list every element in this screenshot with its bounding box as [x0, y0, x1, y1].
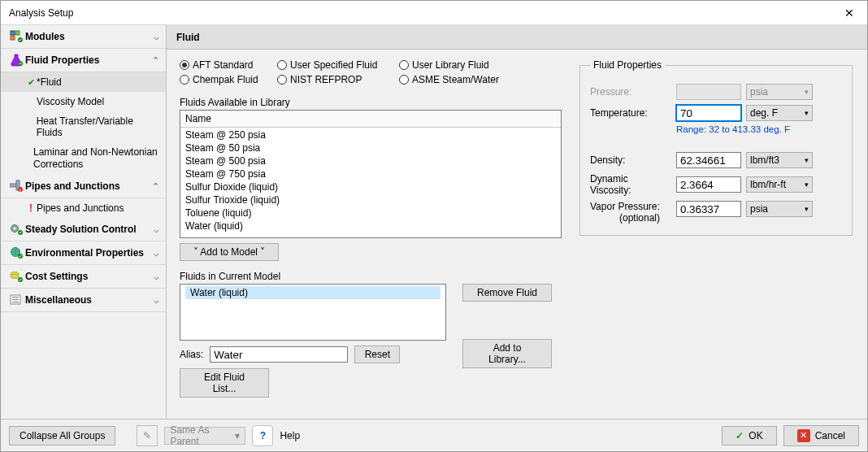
- density-unit-combo[interactable]: lbm/ft3▾: [746, 152, 813, 168]
- pressure-input: [676, 84, 741, 100]
- density-input[interactable]: [676, 152, 741, 168]
- list-item[interactable]: Water (liquid): [185, 286, 441, 299]
- sidebar-item-label: Viscosity Model: [37, 96, 104, 107]
- gears-icon: [7, 223, 25, 236]
- chevron-down-icon: ⌵: [154, 295, 159, 306]
- edit-fluid-list-button[interactable]: Edit Fluid List...: [180, 368, 269, 398]
- pencil-icon: ✎: [143, 430, 151, 441]
- sidebar-group-pipes[interactable]: ! Pipes and Junctions ⌃: [1, 175, 166, 198]
- add-to-library-button[interactable]: Add to Library...: [462, 339, 552, 368]
- list-item[interactable]: Steam @ 750 psia: [180, 167, 561, 180]
- remove-fluid-button[interactable]: Remove Fluid: [462, 284, 552, 302]
- list-header-name[interactable]: Name: [180, 111, 561, 128]
- viscosity-input[interactable]: [676, 176, 741, 193]
- window-close-button[interactable]: ✕: [833, 2, 866, 24]
- pipes-icon: !: [7, 180, 25, 193]
- svg-rect-18: [12, 297, 19, 298]
- alias-label: Alias:: [180, 349, 203, 360]
- help-icon[interactable]: ?: [252, 425, 273, 446]
- sidebar-label: Cost Settings: [25, 271, 154, 282]
- caret-icon: ▾: [805, 156, 809, 164]
- pressure-label: Pressure:: [590, 86, 671, 98]
- radio-user-library[interactable]: User Library Fluid: [399, 59, 489, 71]
- titlebar: Analysis Setup ✕: [1, 1, 867, 25]
- sidebar-label: Fluid Properties: [25, 54, 152, 66]
- notes-button[interactable]: ✎: [137, 425, 158, 446]
- list-item[interactable]: Sulfur Trioxide (liquid): [180, 193, 561, 206]
- caret-icon: ▾: [235, 430, 240, 441]
- list-item[interactable]: Toluene (liquid): [180, 206, 561, 219]
- current-model-label: Fluids in Current Model: [180, 271, 562, 282]
- collapse-all-button[interactable]: Collapse All Groups: [9, 426, 115, 445]
- ok-button[interactable]: ✓ OK: [722, 426, 776, 445]
- list-item[interactable]: Water (liquid): [180, 219, 561, 233]
- vapor-label: Vapor Pressure: (optional): [590, 201, 671, 224]
- svg-rect-1: [15, 31, 20, 35]
- fluid-properties-legend: Fluid Properties: [590, 59, 665, 71]
- list-item[interactable]: Sulfur Dioxide (liquid): [180, 180, 561, 193]
- sidebar-group-env[interactable]: Environmental Properties ⌵: [1, 241, 166, 265]
- sidebar-item-laminar[interactable]: Laminar and Non-Newtonian Corrections: [1, 142, 166, 175]
- sidebar-group-modules[interactable]: Modules ⌵: [1, 25, 166, 49]
- flask-icon: [7, 54, 25, 67]
- window-title: Analysis Setup: [9, 7, 833, 19]
- sidebar-item-viscosity[interactable]: Viscosity Model: [1, 92, 166, 111]
- cancel-button[interactable]: ✕ Cancel: [783, 425, 859, 446]
- chevron-down-icon: ⌵: [154, 224, 159, 235]
- caret-icon: ▾: [805, 180, 809, 189]
- close-icon: ✕: [844, 7, 854, 20]
- chevron-up-icon: ⌃: [152, 181, 159, 192]
- fluid-source-radios: AFT Standard User Specified Fluid User L…: [180, 59, 562, 85]
- sidebar-label: Environmental Properties: [25, 247, 154, 259]
- sidebar-group-misc[interactable]: Miscellaneous ⌵: [1, 289, 166, 312]
- viscosity-label: Dynamic Viscosity:: [590, 173, 671, 196]
- sidebar-item-pipes-junctions[interactable]: ! Pipes and Junctions: [1, 198, 166, 218]
- sidebar-group-cost[interactable]: Cost Settings ⌵: [1, 265, 166, 289]
- sidebar-item-heat-transfer[interactable]: Heat Transfer/Variable Fluids: [1, 111, 166, 142]
- warning-icon: !: [25, 202, 37, 214]
- list-icon: [7, 293, 25, 306]
- svg-rect-20: [12, 302, 19, 302]
- current-model-listbox[interactable]: Water (liquid): [180, 284, 446, 341]
- sidebar-item-label: Heat Transfer/Variable Fluids: [37, 115, 159, 138]
- chevron-down-icon: ⌵: [154, 32, 159, 42]
- viscosity-unit-combo[interactable]: lbm/hr-ft▾: [746, 176, 813, 193]
- chevron-up-icon: ⌃: [152, 55, 159, 66]
- sidebar-item-label: Pipes and Junctions: [37, 202, 124, 214]
- list-item[interactable]: Steam @ 50 psia: [180, 141, 561, 154]
- radio-nist[interactable]: NIST REFPROP: [277, 74, 394, 85]
- sidebar-item-fluid[interactable]: ✔ *Fluid: [1, 72, 166, 92]
- sidebar-group-fluid-properties[interactable]: Fluid Properties ⌃: [1, 49, 166, 72]
- caret-icon: ▾: [805, 109, 809, 117]
- list-item[interactable]: Steam @ 250 psia: [180, 128, 561, 141]
- chevron-down-icon: ⌵: [154, 272, 159, 282]
- check-icon: ✔: [25, 77, 37, 88]
- modules-icon: [7, 30, 25, 43]
- help-label[interactable]: Help: [280, 430, 300, 441]
- density-label: Density:: [590, 154, 671, 166]
- list-item[interactable]: Steam @ 500 psia: [180, 154, 561, 167]
- radio-aft-standard[interactable]: AFT Standard: [180, 59, 272, 71]
- sidebar-group-steady[interactable]: Steady Solution Control ⌵: [1, 218, 166, 241]
- library-listbox[interactable]: Name Steam @ 250 psia Steam @ 50 psia St…: [180, 110, 562, 238]
- svg-text:!: !: [20, 188, 21, 193]
- svg-rect-0: [11, 31, 15, 35]
- alias-input[interactable]: [210, 346, 348, 363]
- bottom-bar: Collapse All Groups ✎ Same As Parent▾ ? …: [1, 419, 867, 451]
- vapor-input[interactable]: [676, 201, 741, 217]
- radio-user-specified[interactable]: User Specified Fluid: [277, 59, 394, 71]
- radio-asme[interactable]: ASME Steam/Water: [399, 74, 499, 85]
- radio-chempak[interactable]: Chempak Fluid: [180, 74, 272, 85]
- sidebar: Modules ⌵ Fluid Properties ⌃ ✔ *Fluid Vi…: [1, 25, 167, 419]
- vapor-unit-combo[interactable]: psia▾: [746, 201, 813, 217]
- reset-button[interactable]: Reset: [354, 346, 400, 363]
- temperature-unit-combo[interactable]: deg. F▾: [746, 105, 813, 121]
- svg-rect-19: [12, 299, 19, 300]
- add-to-model-button[interactable]: ˅ Add to Model ˅: [180, 243, 279, 261]
- svg-point-15: [11, 275, 19, 279]
- caret-icon: ▾: [805, 205, 809, 213]
- temperature-range-note: Range: 32 to 413.33 deg. F: [676, 124, 842, 134]
- library-label: Fluids Available in Library: [180, 97, 562, 108]
- check-icon: ✓: [736, 430, 744, 441]
- temperature-input[interactable]: [676, 105, 741, 121]
